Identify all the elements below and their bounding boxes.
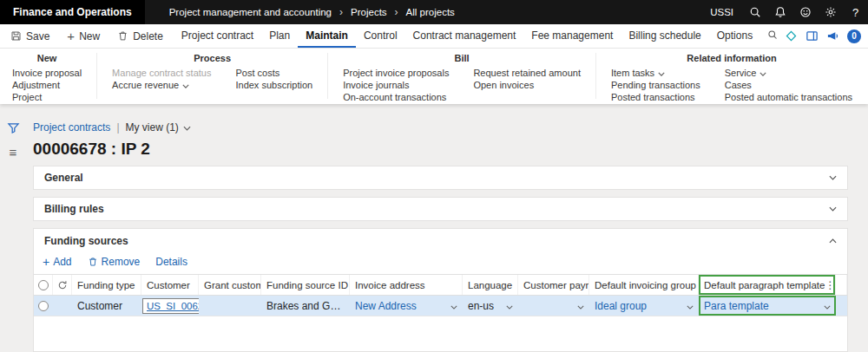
cell-default-paragraph-template[interactable]: Para template — [699, 296, 836, 316]
grid-data-row[interactable]: Customer US_SI_0062 Brakes and Gears New… — [34, 296, 847, 316]
breadcrumb: Project management and accounting › Proj… — [169, 6, 455, 18]
chevron-down-icon — [829, 206, 837, 212]
column-header-customer[interactable]: Customer — [141, 275, 199, 295]
menu-item-invoice-proposal[interactable]: Invoice proposal — [12, 68, 82, 78]
row-refresh-cell — [53, 296, 72, 316]
chevron-down-icon[interactable] — [824, 300, 831, 312]
menu-item-project-invoice-proposals[interactable]: Project invoice proposals — [343, 68, 449, 78]
cell-funding-source-id[interactable]: Brakes and Gears — [261, 296, 350, 316]
funding-sources-header[interactable]: Funding sources — [34, 229, 847, 253]
column-header-grant-customer[interactable]: Grant customer — [199, 275, 261, 295]
plus-icon: + — [67, 29, 75, 42]
customer-edit-box[interactable]: US_SI_0062 — [142, 298, 199, 314]
tab-plan[interactable]: Plan — [261, 24, 298, 48]
group-title: Process — [112, 53, 312, 63]
menu-item-posted-transactions[interactable]: Posted transactions — [611, 92, 700, 102]
delete-button[interactable]: Delete — [110, 24, 170, 48]
column-options-icon[interactable]: ⋮ — [825, 279, 835, 291]
menu-item-cases[interactable]: Cases — [725, 80, 852, 90]
tab-billing-schedule[interactable]: Billing schedule — [621, 24, 708, 48]
menu-item-adjustment[interactable]: Adjustment — [12, 80, 82, 90]
select-all-column-header[interactable] — [34, 275, 53, 295]
list-page-link[interactable]: Project contracts — [33, 121, 110, 134]
help-icon[interactable]: ? — [843, 0, 868, 24]
chevron-down-icon[interactable] — [687, 300, 694, 312]
section-funding-sources: Funding sources + Add Remove Details — [33, 228, 848, 352]
command-bar: Save + New Delete Project contract Plan … — [0, 24, 868, 49]
app-name[interactable]: Finance and Operations — [0, 0, 145, 24]
column-header-default-paragraph-template[interactable]: Default paragraph template ⋮ — [699, 275, 836, 295]
action-group-bill: Bill Project invoice proposals Invoice j… — [339, 53, 584, 102]
maintain-action-pane: New Invoice proposal Adjustment Project … — [0, 49, 868, 104]
company-selector[interactable]: USSI — [710, 7, 733, 17]
menu-item-index-subscription[interactable]: Index subscription — [235, 80, 312, 90]
new-button[interactable]: + New — [60, 24, 107, 48]
remove-row-button[interactable]: Remove — [88, 256, 141, 268]
chevron-down-icon[interactable] — [506, 300, 513, 312]
cell-default-invoicing-group[interactable]: Ideal group — [589, 296, 699, 316]
saved-view-selector[interactable]: My view (1) — [126, 121, 191, 134]
chevron-right-icon: › — [395, 6, 398, 18]
menu-item-accrue-revenue[interactable]: Accrue revenue — [112, 80, 211, 90]
chevron-down-icon[interactable] — [577, 300, 584, 312]
chevron-up-icon — [829, 238, 837, 244]
filter-funnel-icon[interactable] — [7, 121, 20, 134]
menu-item-project[interactable]: Project — [12, 92, 82, 102]
breadcrumb-area[interactable]: Projects — [351, 7, 387, 17]
settings-gear-icon[interactable] — [818, 0, 843, 24]
megaphone-icon[interactable] — [826, 29, 839, 42]
breadcrumb-page[interactable]: All projects — [406, 7, 455, 17]
menu-item-item-tasks[interactable]: Item tasks — [611, 68, 700, 78]
column-header-invoice-address[interactable]: Invoice address — [350, 275, 463, 295]
search-icon[interactable] — [742, 0, 767, 24]
tab-project-contract[interactable]: Project contract — [174, 24, 261, 48]
tab-maintain[interactable]: Maintain — [298, 24, 356, 48]
grid-empty-area — [34, 316, 847, 351]
diamond-filter-icon[interactable] — [785, 29, 798, 42]
group-title: Related information — [611, 53, 852, 63]
menu-item-on-account-transactions[interactable]: On-account transactions — [343, 92, 449, 102]
cell-language[interactable]: en-us — [463, 296, 518, 316]
cell-funding-type[interactable]: Customer — [72, 296, 141, 316]
cell-customer-payment[interactable] — [518, 296, 589, 316]
menu-item-open-invoices[interactable]: Open invoices — [473, 80, 581, 90]
side-panel-icon[interactable] — [806, 29, 819, 42]
tab-options[interactable]: Options — [709, 24, 760, 48]
cell-grant-customer[interactable] — [199, 296, 261, 316]
pane-list-icon[interactable]: ≡ — [10, 146, 17, 159]
menu-item-pending-transactions[interactable]: Pending transactions — [611, 80, 700, 90]
feedback-smiley-icon[interactable] — [792, 0, 818, 24]
notification-count-badge[interactable]: 0 — [847, 29, 861, 43]
alerts-bell-icon[interactable] — [767, 0, 792, 24]
breadcrumb-module[interactable]: Project management and accounting — [169, 7, 332, 17]
menu-item-posted-automatic-transactions[interactable]: Posted automatic transactions — [725, 92, 852, 102]
tab-control[interactable]: Control — [356, 24, 405, 48]
menu-item-invoice-journals[interactable]: Invoice journals — [343, 80, 449, 90]
tab-contract-management[interactable]: Contract management — [405, 24, 524, 48]
trash-icon — [117, 30, 128, 42]
row-select-radio[interactable] — [34, 296, 53, 316]
cell-customer[interactable]: US_SI_0062 — [141, 296, 199, 316]
cell-invoice-address[interactable]: New Address — [350, 296, 463, 316]
menu-item-request-retained-amount[interactable]: Request retained amount — [473, 68, 581, 78]
page-content: Project contracts | My view (1) 00006678… — [26, 104, 868, 352]
section-general[interactable]: General — [33, 166, 848, 190]
column-header-funding-type[interactable]: Funding type — [72, 275, 141, 295]
save-button[interactable]: Save — [3, 24, 56, 48]
section-billing-rules[interactable]: Billing rules — [33, 197, 848, 221]
tab-fee-management[interactable]: Fee management — [523, 24, 621, 48]
menu-item-service[interactable]: Service — [725, 68, 852, 78]
details-button[interactable]: Details — [155, 256, 187, 268]
view-selector-row: Project contracts | My view (1) — [33, 121, 848, 134]
column-header-funding-source-id[interactable]: Funding source ID — [261, 275, 350, 295]
record-title: 00006678 : IP 2 — [33, 140, 848, 159]
column-header-customer-payment[interactable]: Customer payme... — [518, 275, 589, 295]
column-header-default-invoicing-group[interactable]: Default invoicing group — [589, 275, 699, 295]
add-row-button[interactable]: + Add — [43, 256, 72, 268]
menu-item-post-costs[interactable]: Post costs — [235, 68, 312, 78]
column-header-language[interactable]: Language — [463, 275, 518, 295]
chevron-down-icon[interactable] — [450, 300, 457, 312]
save-icon — [10, 30, 22, 42]
command-search-icon[interactable] — [760, 29, 785, 42]
refresh-column-header[interactable] — [53, 275, 72, 295]
